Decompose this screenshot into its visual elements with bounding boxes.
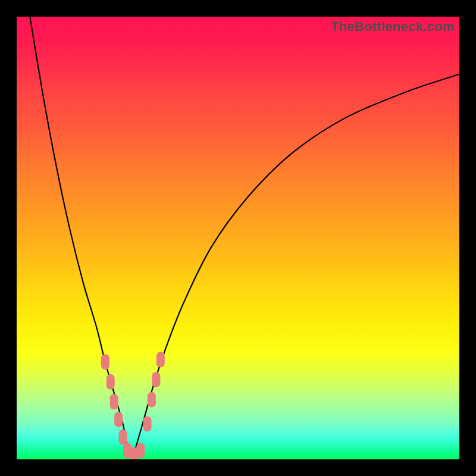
curve-layer	[17, 17, 459, 459]
data-marker	[119, 430, 127, 445]
data-marker	[107, 374, 115, 390]
curve-left-branch	[30, 17, 131, 459]
data-marker	[136, 443, 145, 458]
marker-group	[101, 352, 165, 459]
curve-right-branch	[131, 74, 459, 459]
data-marker	[152, 372, 160, 387]
data-marker	[101, 354, 109, 369]
chart-root: TheBottleneck.com	[0, 0, 476, 476]
data-marker	[156, 352, 165, 368]
data-marker	[143, 416, 152, 432]
plot-area: TheBottleneck.com	[17, 17, 459, 459]
data-marker	[148, 392, 156, 408]
data-marker	[114, 412, 123, 427]
data-marker	[110, 394, 118, 409]
